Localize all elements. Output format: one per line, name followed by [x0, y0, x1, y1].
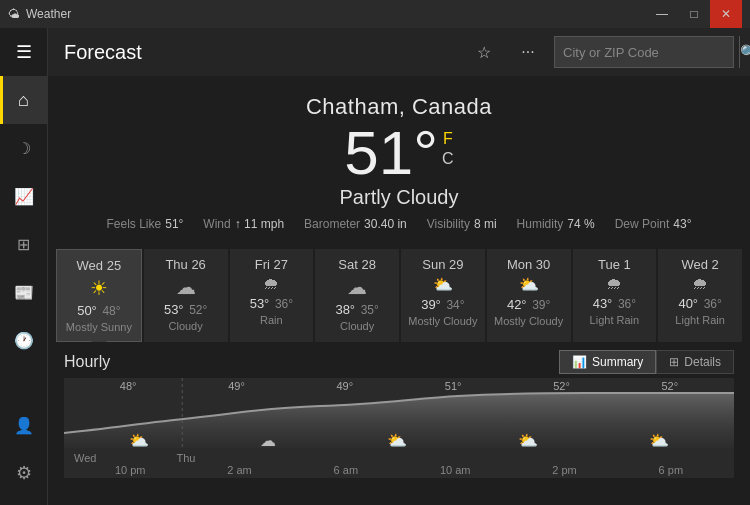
hourly-icon-4: ⛅: [518, 431, 538, 450]
view-toggle: 📊 Summary ⊞ Details: [559, 350, 734, 374]
sidebar-item-map[interactable]: ⊞: [0, 220, 48, 268]
chart-icon: 📈: [14, 187, 34, 206]
forecast-day-wed2[interactable]: Wed 2 🌧 40° 36° Light Rain: [658, 249, 742, 342]
details-button[interactable]: ⊞ Details: [656, 350, 734, 374]
forecast-day-tue1[interactable]: Tue 1 🌧 43° 36° Light Rain: [573, 249, 657, 342]
hourly-title: Hourly: [64, 353, 110, 371]
more-button[interactable]: ···: [510, 34, 546, 70]
hourly-icon-2: ☁: [260, 431, 276, 450]
time-label-1: 10 pm: [115, 464, 146, 476]
sidebar-bottom: 👤 ⚙: [0, 401, 48, 497]
star-icon: ☆: [477, 43, 491, 62]
forecast-day-fri27[interactable]: Fri 27 🌧 53° 36° Rain: [230, 249, 314, 342]
details-label: Details: [684, 355, 721, 369]
minimize-button[interactable]: —: [646, 0, 678, 28]
city-name: Chatham, Canada: [48, 94, 750, 120]
favorite-button[interactable]: ☆: [466, 34, 502, 70]
main-content: Chatham, Canada 51° F C Partly Cloudy Fe…: [48, 76, 750, 505]
time-label-6: 6 pm: [659, 464, 683, 476]
time-label-2: 2 am: [227, 464, 251, 476]
weather-details: Feels Like 51° Wind ↑ 11 mph Barometer 3…: [48, 217, 750, 231]
detail-feels-like: Feels Like 51°: [107, 217, 184, 231]
app-container: ☰ ⌂ ☽ 📈 ⊞ 📰 🕐 👤: [0, 28, 750, 505]
detail-dew-point: Dew Point 43°: [615, 217, 692, 231]
sidebar-item-moon[interactable]: ☽: [0, 124, 48, 172]
forecast-strip: Wed 25 ☀ 50° 48° Mostly Sunny Thu 26 ☁ 5…: [56, 249, 742, 342]
table-icon: ⊞: [669, 355, 679, 369]
title-bar-controls: — □ ✕: [646, 0, 742, 28]
forecast-day-mon30[interactable]: Mon 30 ⛅ 42° 39° Mostly Cloudy: [487, 249, 571, 342]
close-button[interactable]: ✕: [710, 0, 742, 28]
detail-barometer: Barometer 30.40 in: [304, 217, 407, 231]
search-button[interactable]: 🔍: [739, 36, 750, 68]
sidebar-item-home[interactable]: ⌂: [0, 76, 48, 124]
detail-humidity: Humidity 74 %: [517, 217, 595, 231]
hamburger-icon: ☰: [16, 41, 32, 63]
forecast-day-sat28[interactable]: Sat 28 ☁ 38° 35° Cloudy: [315, 249, 399, 342]
sidebar-item-history[interactable]: 🕐: [0, 316, 48, 364]
chart-small-icon: 📊: [572, 355, 587, 369]
forecast-day-wed25[interactable]: Wed 25 ☀ 50° 48° Mostly Sunny: [56, 249, 142, 342]
search-input[interactable]: [555, 37, 739, 67]
forecast-day-thu26[interactable]: Thu 26 ☁ 53° 52° Cloudy: [144, 249, 228, 342]
condition-text: Partly Cloudy: [48, 186, 750, 209]
person-icon: 👤: [14, 416, 34, 435]
title-bar: 🌤 Weather — □ ✕: [0, 0, 750, 28]
maximize-button[interactable]: □: [678, 0, 710, 28]
time-label-3: 6 am: [334, 464, 358, 476]
current-weather: Chatham, Canada 51° F C Partly Cloudy Fe…: [48, 76, 750, 241]
chart-weather-icons: ⛅ ☁ ⛅ ⛅ ⛅: [64, 431, 734, 450]
unit-c[interactable]: C: [442, 150, 454, 168]
day-marker-thu: Thu: [176, 452, 195, 464]
forecast-day-sun29[interactable]: Sun 29 ⛅ 39° 34° Mostly Cloudy: [401, 249, 485, 342]
header-title: Forecast: [64, 41, 454, 64]
chart-time-labels: 10 pm 2 am 6 am 10 am 2 pm 6 pm: [64, 464, 734, 476]
time-label-4: 10 am: [440, 464, 471, 476]
detail-wind: Wind ↑ 11 mph: [203, 217, 284, 231]
moon-icon: ☽: [17, 139, 31, 158]
summary-label: Summary: [592, 355, 643, 369]
map-icon: ⊞: [17, 235, 30, 254]
time-label-5: 2 pm: [552, 464, 576, 476]
hourly-icon-1: ⛅: [129, 431, 149, 450]
temperature-row: 51° F C: [48, 122, 750, 184]
header-actions: ☆ ··· 🔍: [466, 34, 734, 70]
unit-f[interactable]: F: [442, 130, 454, 148]
app-header: Forecast ☆ ··· 🔍: [48, 28, 750, 76]
news-icon: 📰: [14, 283, 34, 302]
sidebar-item-settings[interactable]: ⚙: [0, 449, 48, 497]
search-box: 🔍: [554, 36, 734, 68]
search-icon: 🔍: [740, 44, 750, 60]
sidebar-nav: ⌂ ☽ 📈 ⊞ 📰 🕐: [0, 76, 48, 401]
sidebar-top: ☰: [0, 28, 47, 76]
home-icon: ⌂: [18, 90, 29, 111]
app-title: Weather: [26, 7, 71, 21]
sidebar: ☰ ⌂ ☽ 📈 ⊞ 📰 🕐 👤: [0, 28, 48, 505]
settings-icon: ⚙: [16, 462, 32, 484]
app-icon: 🌤: [8, 7, 20, 21]
history-icon: 🕐: [14, 331, 34, 350]
sidebar-item-person[interactable]: 👤: [0, 401, 48, 449]
hourly-icon-5: ⛅: [649, 431, 669, 450]
hourly-header: Hourly 📊 Summary ⊞ Details: [64, 350, 734, 374]
sidebar-item-news[interactable]: 📰: [0, 268, 48, 316]
hourly-chart: 48° 49° 49° 51° 52° 52°: [64, 378, 734, 478]
title-bar-left: 🌤 Weather: [8, 7, 71, 21]
day-marker-wed: Wed: [74, 452, 96, 464]
hamburger-button[interactable]: ☰: [0, 28, 48, 76]
temperature-value: 51°: [344, 122, 438, 184]
hourly-section: Hourly 📊 Summary ⊞ Details 48°: [48, 342, 750, 478]
temperature-units: F C: [442, 130, 454, 168]
sidebar-item-chart[interactable]: 📈: [0, 172, 48, 220]
hourly-icon-3: ⛅: [387, 431, 407, 450]
more-icon: ···: [521, 43, 534, 61]
summary-button[interactable]: 📊 Summary: [559, 350, 656, 374]
detail-visibility: Visibility 8 mi: [427, 217, 497, 231]
chart-day-markers: Wed Thu: [64, 452, 734, 464]
